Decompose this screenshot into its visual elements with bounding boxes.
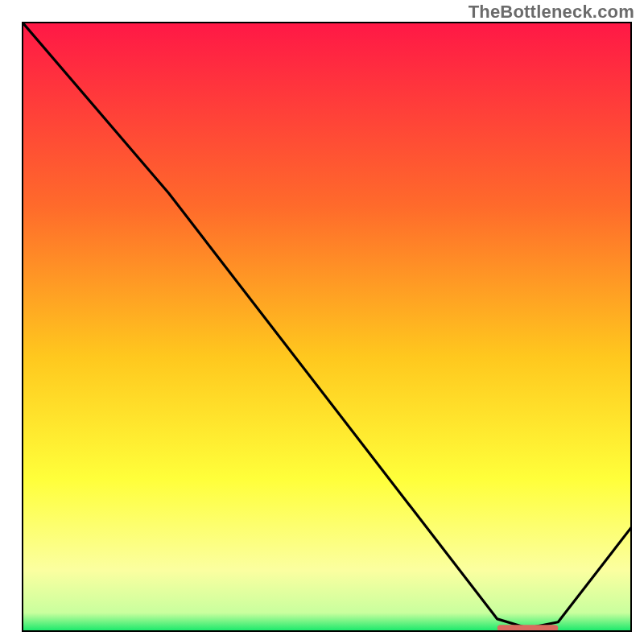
chart-svg: [0, 0, 644, 644]
chart-container: TheBottleneck.com: [0, 0, 644, 644]
plot-background: [23, 23, 631, 631]
watermark-label: TheBottleneck.com: [469, 2, 634, 23]
